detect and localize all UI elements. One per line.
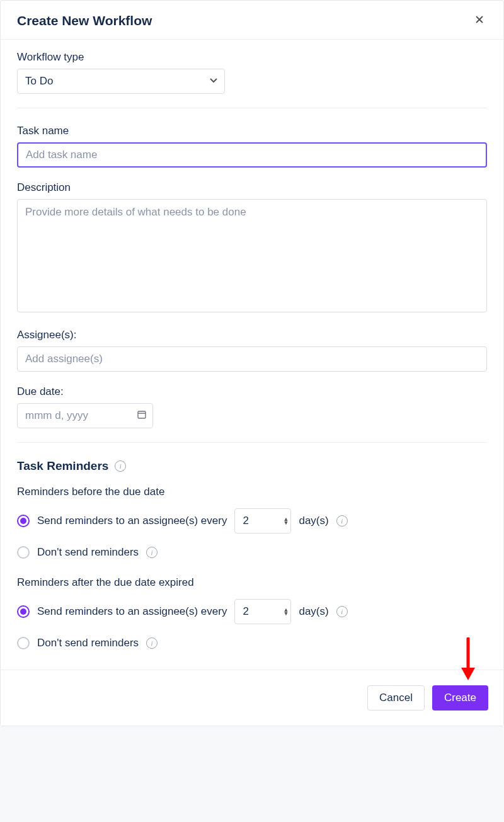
reminders-before-send-row: Send reminders to an assignee(s) every ▲… <box>17 508 487 534</box>
modal-title: Create New Workflow <box>17 13 152 28</box>
description-field: Description <box>17 181 487 315</box>
reminders-before-send-suffix: day(s) <box>299 515 328 527</box>
close-icon <box>474 14 484 25</box>
reminders-before-days-stepper[interactable]: ▲ ▼ <box>284 517 289 525</box>
info-icon[interactable]: i <box>146 637 158 649</box>
divider <box>17 108 487 108</box>
reminders-after-none-row: Don't send reminders i <box>17 637 487 649</box>
reminders-before-send-prefix: Send reminders to an assignee(s) every <box>37 515 227 527</box>
reminders-before-heading: Reminders before the due date <box>17 486 487 498</box>
description-input[interactable] <box>17 199 487 312</box>
due-date-input[interactable]: mmm d, yyyy <box>17 403 153 428</box>
info-icon[interactable]: i <box>115 460 126 472</box>
due-date-field: Due date: mmm d, yyyy <box>17 385 487 428</box>
reminders-after-heading: Reminders after the due date expired <box>17 576 487 589</box>
workflow-type-select[interactable]: To Do <box>17 69 225 94</box>
due-date-placeholder: mmm d, yyyy <box>25 409 88 422</box>
workflow-type-label: Workflow type <box>17 51 487 64</box>
info-icon[interactable]: i <box>146 547 158 558</box>
assignees-label: Assignee(s): <box>17 329 487 341</box>
description-label: Description <box>17 181 487 194</box>
reminders-after-group: Reminders after the due date expired Sen… <box>17 576 487 649</box>
reminders-after-send-suffix: day(s) <box>299 605 328 618</box>
reminders-after-none-label: Don't send reminders <box>37 637 139 649</box>
reminders-after-send-prefix: Send reminders to an assignee(s) every <box>37 605 227 618</box>
reminders-before-days-wrap: ▲ ▼ <box>234 508 291 534</box>
task-reminders-header: Task Reminders i <box>17 459 487 473</box>
task-reminders-title: Task Reminders <box>17 459 108 473</box>
close-button[interactable] <box>472 12 487 29</box>
create-workflow-modal: Create New Workflow Workflow type To Do … <box>0 0 504 726</box>
assignees-input[interactable] <box>17 346 487 372</box>
workflow-type-value: To Do <box>25 75 53 88</box>
reminders-after-none-radio[interactable] <box>17 637 30 649</box>
reminders-before-group: Reminders before the due date Send remin… <box>17 486 487 559</box>
cancel-button[interactable]: Cancel <box>367 685 425 711</box>
create-button[interactable]: Create <box>432 685 488 711</box>
info-icon[interactable]: i <box>336 606 348 617</box>
reminders-after-send-row: Send reminders to an assignee(s) every ▲… <box>17 599 487 624</box>
reminders-before-none-row: Don't send reminders i <box>17 546 487 559</box>
chevron-down-icon: ▼ <box>284 612 289 615</box>
due-date-label: Due date: <box>17 385 487 398</box>
workflow-type-select-wrap: To Do <box>17 69 225 94</box>
modal-footer: Cancel Create <box>1 670 503 726</box>
info-icon[interactable]: i <box>336 515 348 527</box>
task-name-input[interactable] <box>17 142 487 168</box>
divider <box>17 442 487 443</box>
workflow-type-field: Workflow type To Do <box>17 51 487 94</box>
reminders-before-send-radio[interactable] <box>17 515 30 527</box>
modal-body: Workflow type To Do Task name Descriptio… <box>1 40 503 670</box>
reminders-after-send-radio[interactable] <box>17 605 30 618</box>
reminders-after-days-stepper[interactable]: ▲ ▼ <box>284 608 289 615</box>
reminders-before-none-radio[interactable] <box>17 546 30 559</box>
assignees-field: Assignee(s): <box>17 329 487 372</box>
task-name-label: Task name <box>17 125 487 137</box>
chevron-down-icon: ▼ <box>284 521 289 525</box>
task-name-field: Task name <box>17 125 487 168</box>
reminders-before-none-label: Don't send reminders <box>37 546 139 559</box>
reminders-after-days-wrap: ▲ ▼ <box>234 599 291 624</box>
due-date-wrap: mmm d, yyyy <box>17 403 153 428</box>
modal-header: Create New Workflow <box>1 1 503 40</box>
